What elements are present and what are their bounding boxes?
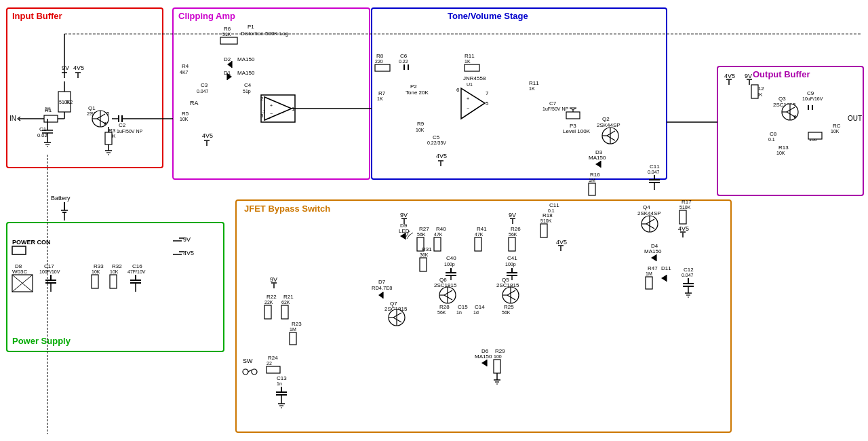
pin3: 3 [260,113,264,119]
r11a-value: 1K [465,59,471,64]
9v-out-label: 9V [745,73,752,79]
d6-value: MA150 [475,353,492,360]
c16-label: C16 [132,263,142,269]
d2-label: D2 [224,56,231,62]
r11b-label: R11 [529,80,539,86]
c17-label: C17 [44,263,54,269]
c2-value: 1uF/50V NP [117,129,142,134]
4v5-bypass-label: 4V5 [556,239,567,246]
r40-label: R40 [436,226,446,232]
r4-value: 4K7 [180,70,189,75]
r32-label: R32 [112,263,122,269]
c40-value: 100p [444,262,455,267]
tone-volume-label: Tone/Volume Stage [448,11,528,21]
c5-value: 0.22/35V [427,140,446,145]
r23-value: 1M [290,327,296,332]
svg-rect-68 [808,132,822,139]
p1-label: P1 [248,24,254,30]
r26-value: 56K [509,232,517,237]
svg-rect-27 [105,132,112,145]
r31-label: R31 [422,246,432,252]
svg-rect-45 [375,64,390,71]
9v-bypass3-label: 9V [270,276,277,283]
d7-label: D7 [378,279,386,285]
r32-value: 10K [110,269,119,274]
r26-label: R26 [511,226,521,232]
4v5-tone-label: 4V5 [436,153,447,159]
r11b-value: 1K [529,86,535,91]
d1-ma150: MA150 [237,56,255,62]
r18-value: 510K [540,218,552,223]
rc-label: RC [833,123,841,129]
battery-label: Battery [51,195,71,202]
in-label: IN [9,115,16,122]
svg-rect-36 [220,37,237,44]
d9-value: LED [399,228,410,234]
r24-label: R24 [268,355,278,361]
input-buffer-label: Input Buffer [12,11,62,21]
svg-rect-186 [679,210,686,224]
c16-value: 47F/10V [127,269,146,274]
c13-value: 1n [277,381,282,386]
c3-value: 0.047 [197,89,209,94]
p3-value: Level 100K [563,128,591,134]
svg-point-142 [243,369,248,375]
power-con-label: POWER CON [12,239,51,246]
r8-value: 220 [375,59,383,64]
c12-label: C12 [684,267,694,273]
c2-label: C2 [119,122,126,128]
r1-value: 1K [45,107,51,111]
r28-label: R28 [439,304,450,310]
9v-pwr-label: 9V [183,236,191,243]
9v-bypass1-label: 9V [400,212,408,218]
r31-value: 36K [420,252,429,257]
sw-label: SW [243,358,253,364]
r21-label: R21 [283,294,294,300]
c8-value: 0.1 [768,137,775,142]
c13-label: C13 [277,375,287,381]
r41-label: R41 [477,226,487,232]
4v5-clip-label: 4V5 [202,132,213,139]
c7-label: C7 [549,100,557,107]
rc-value: 10K [831,129,840,134]
u1-tone-plus: + [467,96,469,101]
u1-tone-minus: − [467,106,469,111]
r7-value: 1K [377,96,383,101]
r22-label: R22 [267,294,277,300]
u1-plus: + [270,103,273,108]
9v-bypass2-label: 9V [509,212,516,218]
c15-label: C15 [458,304,468,310]
u1-tone-id: U1 [467,82,473,87]
4v5-right-label: 4V5 [678,225,689,232]
d7-value: RD4.7E8 [372,285,392,291]
4v5-input-label: 4V5 [73,64,84,71]
d3-value: MA150 [589,155,606,161]
pin6: 6 [456,87,460,93]
ra-label: RA [190,100,199,107]
r29-label: R29 [495,348,505,354]
r18-label: R18 [542,212,553,218]
svg-rect-105 [420,258,427,271]
p2-label: P2 [410,83,417,90]
u1-minus: − [270,111,273,116]
u1-tone-label: JNR4558 [463,75,486,81]
r4-label: R4 [182,63,189,69]
svg-rect-126 [494,360,500,373]
c11b-label: C11 [549,202,559,208]
4v5-out-label: 4V5 [724,73,735,79]
clipping-amp-label: Clipping Amp [178,11,235,21]
r28-value: 56K [437,310,446,315]
r13-value: 10K [776,151,785,155]
d11-label: D11 [661,265,671,271]
c4-value: 51p [243,89,251,94]
c6-label: C6 [400,53,408,59]
c3-label: C3 [201,82,208,88]
r33-value: 10K [92,269,100,274]
r47-label: R47 [648,265,658,271]
svg-rect-176 [646,277,652,289]
r9-label: R9 [417,121,425,127]
r17-value: 510K [679,205,691,210]
p2-value: Tone 20K [406,90,429,96]
p1-value: Distortion 500K Log [241,31,288,37]
c41-value: 100p [505,262,516,267]
